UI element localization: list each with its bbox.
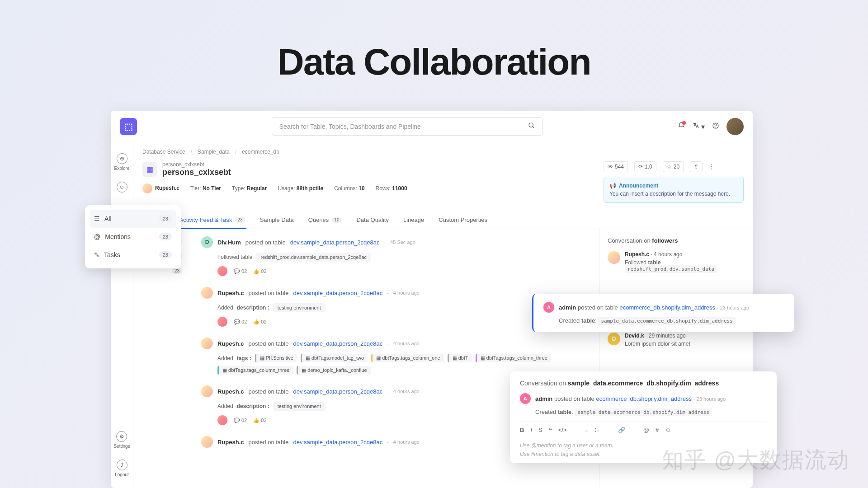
comments-button[interactable]: 💬 02 bbox=[234, 319, 247, 325]
search-input[interactable]: Search for Table, Topics, Dashboards and… bbox=[272, 117, 543, 136]
tag-chip[interactable]: ▦ PII.Sensitive bbox=[255, 354, 297, 362]
nav-settings[interactable]: ⚙ Settings bbox=[113, 427, 130, 452]
reactor-avatar[interactable] bbox=[217, 415, 227, 425]
conversation-item: Rupesh.c · 4 hours ago Followed table re… bbox=[608, 251, 745, 272]
topbar: ⬚ Search for Table, Topics, Dashboards a… bbox=[111, 111, 753, 142]
tab-custom-properties[interactable]: Custom Properties bbox=[438, 211, 488, 229]
likes-button[interactable]: 👍 02 bbox=[253, 268, 266, 274]
stats-bar: 👁 544 ⟳ 1.0 ☆ 20 ⇪ ⋮ bbox=[604, 161, 744, 172]
tag-chip[interactable]: ▦ dbtTags.tags_column_three bbox=[476, 354, 551, 362]
italic-icon[interactable]: I bbox=[530, 427, 532, 433]
nav-logout[interactable]: ⤴ Logout bbox=[115, 456, 129, 481]
breadcrumb-item[interactable]: Database Service bbox=[142, 149, 185, 155]
tab-queries[interactable]: Queries10 bbox=[307, 211, 343, 229]
tab-activity-feed-task[interactable]: Activity Feed & Task23 bbox=[179, 211, 246, 229]
quote-icon[interactable]: ❝ bbox=[549, 427, 552, 433]
topbar-right: ▾ bbox=[678, 118, 744, 135]
comments-button[interactable]: 💬 02 bbox=[234, 268, 247, 274]
filter-all[interactable]: ☰All23 bbox=[90, 210, 176, 228]
avatar[interactable] bbox=[201, 385, 213, 397]
more-icon[interactable]: ⋮ bbox=[709, 164, 714, 170]
nav-logout-label: Logout bbox=[115, 472, 129, 477]
editor-toolbar: B I S ❝ </> ≡ ⁝≡ 🔗 @ # ☺ bbox=[520, 422, 767, 438]
entity-subtitle: persons_cxlxsebt bbox=[162, 161, 231, 168]
conversation-title: Conversation on followers bbox=[608, 237, 745, 244]
stat-views[interactable]: 👁 544 bbox=[604, 161, 628, 172]
table-link[interactable]: dev.sample_data.person_2cqe8ac bbox=[293, 439, 382, 446]
table-link[interactable]: dev.sample_data.person_2cqe8ac bbox=[293, 290, 382, 296]
tab-sample-data[interactable]: Sample Data bbox=[259, 211, 295, 229]
list-ordered-icon[interactable]: ≡ bbox=[585, 427, 588, 433]
table-icon: ▦ bbox=[142, 162, 157, 177]
likes-button[interactable]: 👍 02 bbox=[253, 319, 266, 325]
emoji-icon[interactable]: ☺ bbox=[665, 427, 671, 433]
owner-avatar[interactable] bbox=[142, 183, 152, 193]
comments-button[interactable]: 💬 02 bbox=[234, 418, 247, 423]
announcement-body: You can insert a description for the mes… bbox=[609, 191, 738, 197]
table-link[interactable]: dev.sample_data.person_2cqe8ac bbox=[293, 340, 382, 347]
language-icon[interactable]: ▾ bbox=[692, 122, 705, 131]
breadcrumb-item[interactable]: ecommerce_db bbox=[242, 149, 279, 155]
avatar[interactable]: D bbox=[201, 236, 213, 248]
share-icon[interactable]: ⇪ bbox=[690, 161, 703, 172]
tab-data-quality[interactable]: Data Quality bbox=[355, 211, 390, 229]
page-heading: Data Collaboration bbox=[0, 0, 868, 106]
notifications-icon[interactable] bbox=[678, 122, 685, 131]
user-avatar[interactable] bbox=[726, 118, 744, 135]
tabs: SchemaActivity Feed & Task23Sample DataQ… bbox=[133, 211, 753, 229]
tag-chip[interactable]: ▦ dbtTags.model_tag_two bbox=[301, 354, 368, 362]
feed-post: Rupesh.c posted on table dev.sample_data… bbox=[201, 287, 590, 327]
breadcrumb-item[interactable]: Sample_data bbox=[198, 149, 230, 155]
owner-name[interactable]: Rupesh.c bbox=[155, 185, 179, 191]
tab-lineage[interactable]: Lineage bbox=[402, 211, 425, 229]
tag-chip[interactable]: ▦ dbtTags.tags_column_three bbox=[217, 366, 293, 375]
nav-settings-label: Settings bbox=[113, 444, 130, 449]
nav-explore-label: Explore bbox=[114, 166, 130, 171]
nav-users[interactable]: ☺ bbox=[117, 178, 127, 196]
filter-popover: ☰All23@Mentions23✎Tasks23 bbox=[85, 205, 181, 268]
reactor-avatar[interactable] bbox=[217, 317, 227, 327]
stat-version[interactable]: ⟳ 1.0 bbox=[634, 161, 656, 172]
app-logo[interactable]: ⬚ bbox=[120, 118, 137, 135]
reactor-avatar[interactable] bbox=[217, 266, 227, 276]
avatar[interactable]: A bbox=[543, 302, 554, 313]
strike-icon[interactable]: S bbox=[538, 427, 542, 433]
left-nav: ⊕ Explore ☺ ⚙ Settings ⤴ Logout bbox=[111, 142, 133, 488]
explore-icon: ⊕ bbox=[117, 153, 127, 164]
tag-chip[interactable]: ▦ dbtT bbox=[448, 354, 472, 362]
megaphone-icon: 📢 bbox=[609, 183, 616, 189]
filter-mentions[interactable]: @Mentions23 bbox=[90, 228, 176, 246]
notification-dot bbox=[682, 121, 686, 125]
bold-icon[interactable]: B bbox=[520, 427, 524, 433]
search-icon[interactable] bbox=[528, 122, 535, 131]
avatar[interactable]: A bbox=[520, 393, 531, 404]
filter-tasks[interactable]: ✎Tasks23 bbox=[90, 246, 176, 264]
avatar[interactable] bbox=[608, 251, 620, 264]
list-bullet-icon[interactable]: ⁝≡ bbox=[594, 427, 600, 433]
svg-line-1 bbox=[533, 127, 534, 128]
announcement-title: Announcement bbox=[619, 183, 658, 189]
hashtag-icon[interactable]: # bbox=[656, 427, 659, 433]
avatar[interactable] bbox=[201, 436, 213, 448]
help-icon[interactable] bbox=[712, 122, 719, 131]
filter-icon: ☰ bbox=[94, 215, 100, 222]
watermark: 知乎 @大数据流动 bbox=[662, 446, 850, 474]
table-link[interactable]: dev.sample_data.person_2cqe8ac bbox=[290, 239, 380, 246]
stat-stars[interactable]: ☆ 20 bbox=[663, 161, 684, 172]
table-link[interactable]: ecommerce_db.shopify.dim_address bbox=[596, 395, 691, 402]
search-placeholder: Search for Table, Topics, Dashboards and… bbox=[279, 123, 421, 130]
code-icon[interactable]: </> bbox=[558, 427, 567, 433]
table-link[interactable]: dev.sample_data.person_2cqe8ac bbox=[293, 388, 382, 395]
avatar[interactable] bbox=[201, 338, 213, 349]
avatar[interactable] bbox=[201, 287, 213, 299]
nav-explore[interactable]: ⊕ Explore bbox=[114, 150, 130, 174]
likes-button[interactable]: 👍 02 bbox=[253, 418, 266, 423]
link-icon[interactable]: 🔗 bbox=[618, 427, 625, 433]
mention-icon[interactable]: @ bbox=[643, 427, 649, 433]
avatar[interactable]: D bbox=[608, 333, 620, 345]
table-link[interactable]: ecommerce_db.shopify.dim_address bbox=[619, 304, 715, 311]
tag-chip[interactable]: ▦ dbtTags.tags_column_one bbox=[371, 354, 443, 362]
gear-icon: ⚙ bbox=[116, 431, 127, 442]
entity-meta: Rupesh.c Tier: No Tier Type: Regular Usa… bbox=[142, 183, 596, 193]
tag-chip[interactable]: ▦ demo_topic_kafta._conflue bbox=[297, 366, 371, 375]
